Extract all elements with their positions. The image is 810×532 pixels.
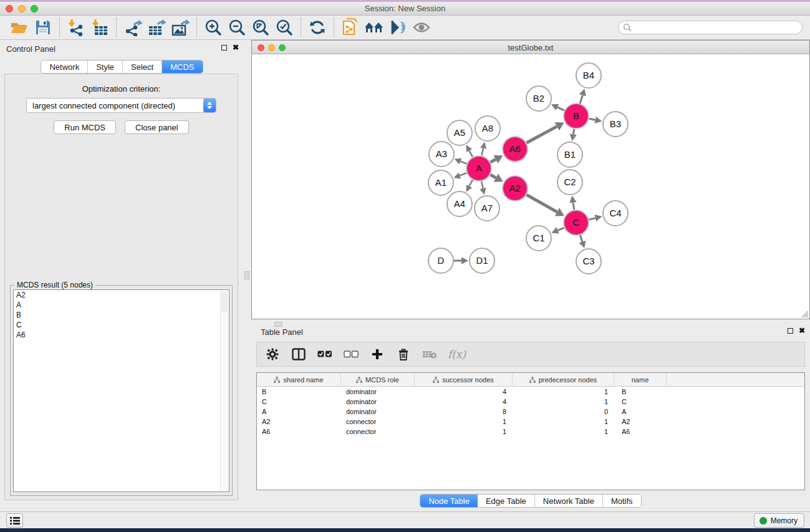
edge-B-B1[interactable] [570,129,577,142]
network-node-B1[interactable]: B1 [557,142,582,167]
tab-edge-table[interactable]: Edge Table [478,495,535,507]
split-handle[interactable] [244,271,249,279]
table-row[interactable]: A6connector11A6 [257,427,804,437]
function-builder-button[interactable]: f(x) [448,348,466,360]
close-panel-icon[interactable]: ✖ [233,44,239,51]
edge-D-D1[interactable] [454,257,468,264]
column-header-shared-name[interactable]: shared name [257,373,341,387]
edge-A-A3[interactable] [455,158,467,165]
resize-grip-icon[interactable] [801,310,809,318]
apply-layout-button[interactable] [306,17,329,37]
select-all-button[interactable] [317,346,333,362]
network-node-C4[interactable]: C4 [603,201,628,226]
table-row[interactable]: Cdominator41C [257,397,804,407]
edge-A-A2[interactable] [490,174,503,182]
table-options-button[interactable] [264,346,281,362]
network-window-titlebar[interactable]: testGlobe.txt [252,41,809,54]
network-node-B[interactable]: B [564,104,589,128]
column-header-MCDS-role[interactable]: MCDS role [341,373,415,387]
export-network-button[interactable] [121,17,145,37]
edge-A-A7[interactable] [480,181,486,195]
network-node-C[interactable]: C [564,210,589,235]
float-panel-icon[interactable] [788,328,793,334]
export-table-button[interactable] [145,17,168,37]
column-header-predecessor-nodes[interactable]: predecessor nodes [513,373,614,387]
network-node-A8[interactable]: A8 [475,116,500,141]
network-node-D1[interactable]: D1 [470,248,494,273]
network-node-A2[interactable]: A2 [503,176,528,201]
tab-mcds[interactable]: MCDS [162,60,202,73]
import-table-button[interactable] [88,17,112,37]
window-titlebar[interactable]: Session: New Session [0,2,810,16]
delete-columns-button[interactable] [395,346,412,362]
edge-C-C1[interactable] [551,227,564,234]
edge-A-A4[interactable] [466,180,473,191]
table-row[interactable]: Adominator80A [257,407,804,417]
edge-A6-B[interactable] [526,122,564,143]
network-node-A1[interactable]: A1 [428,170,453,195]
close-panel-icon[interactable]: ✖ [799,327,805,334]
network-node-B4[interactable]: B4 [576,63,601,88]
edge-A-A1[interactable] [454,173,467,179]
result-scrollbar[interactable] [220,291,228,491]
optimization-criterion-select[interactable]: largest connected component (directed) [26,98,216,113]
mcds-result-item[interactable]: A2 [14,290,229,300]
export-image-button[interactable] [168,17,192,37]
network-node-A7[interactable]: A7 [475,196,499,221]
edge-A-A6[interactable] [491,155,503,163]
mcds-result-item[interactable]: B [14,310,229,320]
tab-network[interactable]: Network [41,60,88,73]
network-canvas[interactable]: B4B2BB3A8A5A6A3B1AC2A1A2A4A7C4CC1C3DD1 [252,54,809,319]
search-input[interactable] [632,22,798,33]
search-box[interactable] [618,21,803,34]
edge-C-C3[interactable] [579,235,586,248]
tab-style[interactable]: Style [88,60,123,73]
table-row[interactable]: Bdominator41B [257,387,804,397]
tab-select[interactable]: Select [123,60,162,73]
first-neighbors-button[interactable] [362,17,386,37]
zoom-fit-button[interactable] [249,17,272,37]
edge-A2-C[interactable] [526,195,564,216]
save-session-button[interactable] [31,17,55,37]
table-row[interactable]: A2connector11A2 [257,417,804,427]
network-from-selection-button[interactable] [339,17,362,37]
edge-B-B3[interactable] [589,117,602,123]
edge-A-A8[interactable] [480,142,486,155]
zoom-out-button[interactable] [225,17,249,37]
tab-network-table[interactable]: Network Table [535,495,603,507]
column-header-successor-nodes[interactable]: successor nodes [415,373,513,387]
deselect-all-button[interactable] [343,346,359,362]
open-file-button[interactable] [7,17,31,37]
network-node-D[interactable]: D [428,248,453,273]
memory-button[interactable]: Memory [754,513,804,528]
delete-table-button[interactable] [422,346,438,362]
edge-A-A5[interactable] [466,145,473,157]
mcds-result-item[interactable]: A [14,300,229,310]
show-hide-button[interactable] [410,17,433,37]
run-mcds-button[interactable]: Run MCDS [54,120,116,134]
task-history-button[interactable] [6,513,23,528]
edge-C-C2[interactable] [569,196,576,210]
edge-B-B2[interactable] [551,104,564,110]
network-node-A3[interactable]: A3 [429,142,454,167]
network-node-A5[interactable]: A5 [447,120,472,145]
import-network-button[interactable] [64,17,88,37]
network-node-C3[interactable]: C3 [576,249,601,274]
zoom-in-button[interactable] [201,17,225,37]
show-columns-button[interactable] [291,346,307,362]
tab-motifs[interactable]: Motifs [603,495,641,507]
add-column-button[interactable] [369,346,385,362]
network-node-C2[interactable]: C2 [557,170,582,195]
network-node-B2[interactable]: B2 [526,86,551,111]
float-panel-icon[interactable] [221,45,227,51]
mcds-result-list[interactable]: A2ABCA6 [13,289,229,492]
column-header-name[interactable]: name [614,373,667,387]
network-node-A[interactable]: A [466,156,491,181]
mcds-result-item[interactable]: C [14,320,229,330]
mcds-result-item[interactable]: A6 [14,330,229,340]
graphics-details-button[interactable] [386,17,410,37]
close-panel-button[interactable]: Close panel [125,120,189,134]
network-node-C1[interactable]: C1 [526,226,551,251]
zoom-selected-button[interactable] [272,17,296,37]
edge-C-C4[interactable] [589,215,602,221]
